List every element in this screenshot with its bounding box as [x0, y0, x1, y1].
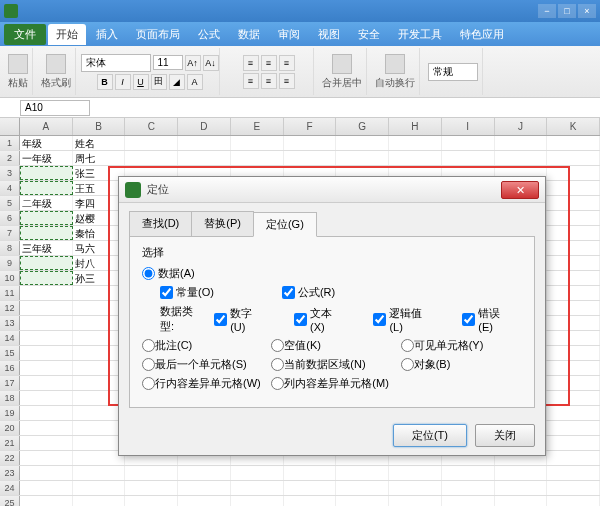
ribbon-tab-6[interactable]: 视图 — [310, 24, 348, 45]
opt-logic[interactable]: 逻辑值(L) — [373, 306, 434, 333]
column-header[interactable]: G — [336, 118, 389, 135]
opt-current-region[interactable]: 当前数据区域(N) — [271, 357, 392, 372]
row-header[interactable]: 19 — [0, 406, 20, 420]
dialog-close-button[interactable]: ✕ — [501, 181, 539, 199]
cell[interactable] — [20, 166, 73, 180]
row-header[interactable]: 9 — [0, 256, 20, 270]
cell[interactable] — [125, 151, 178, 165]
row-header[interactable]: 14 — [0, 331, 20, 345]
cell[interactable]: 姓名 — [73, 136, 126, 150]
opt-col-diff[interactable]: 列内容差异单元格(M) — [271, 376, 392, 391]
cell[interactable] — [442, 496, 495, 506]
cell[interactable] — [125, 481, 178, 495]
cell[interactable] — [284, 466, 337, 480]
cell[interactable] — [178, 151, 231, 165]
italic-button[interactable]: I — [115, 74, 131, 90]
cell[interactable] — [178, 481, 231, 495]
row-header[interactable]: 24 — [0, 481, 20, 495]
cell[interactable] — [231, 466, 284, 480]
row-header[interactable]: 25 — [0, 496, 20, 506]
cell[interactable] — [336, 136, 389, 150]
cell[interactable] — [20, 256, 73, 270]
tab-find[interactable]: 查找(D) — [129, 211, 192, 236]
cell[interactable] — [20, 436, 73, 450]
column-header[interactable]: A — [20, 118, 73, 135]
cell[interactable]: 三年级 — [20, 241, 73, 255]
cell[interactable] — [20, 481, 73, 495]
cell[interactable] — [547, 241, 600, 255]
format-painter-icon[interactable] — [46, 54, 66, 74]
ribbon-tab-5[interactable]: 审阅 — [270, 24, 308, 45]
cell[interactable] — [442, 466, 495, 480]
column-header[interactable]: I — [442, 118, 495, 135]
cell[interactable] — [231, 136, 284, 150]
opt-constant[interactable]: 常量(O) — [160, 285, 214, 300]
row-header[interactable]: 3 — [0, 166, 20, 180]
cell[interactable] — [73, 466, 126, 480]
align-center-button[interactable]: ≡ — [261, 73, 277, 89]
column-header[interactable]: E — [231, 118, 284, 135]
file-menu-button[interactable]: 文件 — [4, 24, 46, 45]
cell[interactable] — [20, 406, 73, 420]
maximize-button[interactable]: □ — [558, 4, 576, 18]
cell[interactable] — [389, 466, 442, 480]
cell[interactable]: 二年级 — [20, 196, 73, 210]
row-header[interactable]: 1 — [0, 136, 20, 150]
cell[interactable] — [547, 316, 600, 330]
opt-row-diff[interactable]: 行内容差异单元格(W) — [142, 376, 263, 391]
row-header[interactable]: 22 — [0, 451, 20, 465]
bold-button[interactable]: B — [97, 74, 113, 90]
opt-blank[interactable]: 空值(K) — [271, 338, 392, 353]
row-header[interactable]: 23 — [0, 466, 20, 480]
cell[interactable] — [125, 136, 178, 150]
cell[interactable] — [284, 136, 337, 150]
cell[interactable] — [20, 391, 73, 405]
opt-text[interactable]: 文本(X) — [294, 306, 346, 333]
row-header[interactable]: 17 — [0, 376, 20, 390]
cell[interactable] — [73, 496, 126, 506]
cell[interactable] — [495, 496, 548, 506]
tab-goto[interactable]: 定位(G) — [253, 212, 317, 237]
align-left-button[interactable]: ≡ — [243, 73, 259, 89]
close-button[interactable]: 关闭 — [475, 424, 535, 447]
opt-number[interactable]: 数字(U) — [214, 306, 266, 333]
cell[interactable] — [231, 481, 284, 495]
cell[interactable] — [284, 496, 337, 506]
decrease-font-button[interactable]: A↓ — [203, 55, 219, 71]
cell[interactable] — [20, 451, 73, 465]
column-header[interactable]: B — [73, 118, 126, 135]
border-button[interactable]: 田 — [151, 74, 167, 90]
cell[interactable] — [547, 136, 600, 150]
ribbon-tab-3[interactable]: 公式 — [190, 24, 228, 45]
row-header[interactable]: 7 — [0, 226, 20, 240]
minimize-button[interactable]: − — [538, 4, 556, 18]
row-header[interactable]: 8 — [0, 241, 20, 255]
cell[interactable] — [547, 181, 600, 195]
cell[interactable] — [73, 481, 126, 495]
cell[interactable] — [20, 211, 73, 225]
cell[interactable] — [336, 151, 389, 165]
cell[interactable] — [442, 481, 495, 495]
cell[interactable] — [547, 361, 600, 375]
cell[interactable] — [547, 466, 600, 480]
cell[interactable] — [495, 481, 548, 495]
column-header[interactable]: J — [495, 118, 548, 135]
align-right-button[interactable]: ≡ — [279, 73, 295, 89]
column-header[interactable]: C — [125, 118, 178, 135]
row-header[interactable]: 16 — [0, 361, 20, 375]
row-header[interactable]: 4 — [0, 181, 20, 195]
cell[interactable] — [231, 496, 284, 506]
cell[interactable] — [20, 226, 73, 240]
underline-button[interactable]: U — [133, 74, 149, 90]
cell[interactable] — [389, 481, 442, 495]
cell[interactable] — [442, 151, 495, 165]
ribbon-tab-7[interactable]: 安全 — [350, 24, 388, 45]
cell[interactable] — [547, 151, 600, 165]
ribbon-tab-2[interactable]: 页面布局 — [128, 24, 188, 45]
cell[interactable] — [547, 436, 600, 450]
font-size-select[interactable]: 11 — [153, 55, 183, 70]
merge-icon[interactable] — [332, 54, 352, 74]
ribbon-tab-0[interactable]: 开始 — [48, 24, 86, 45]
cell[interactable] — [547, 331, 600, 345]
ribbon-tab-9[interactable]: 特色应用 — [452, 24, 512, 45]
